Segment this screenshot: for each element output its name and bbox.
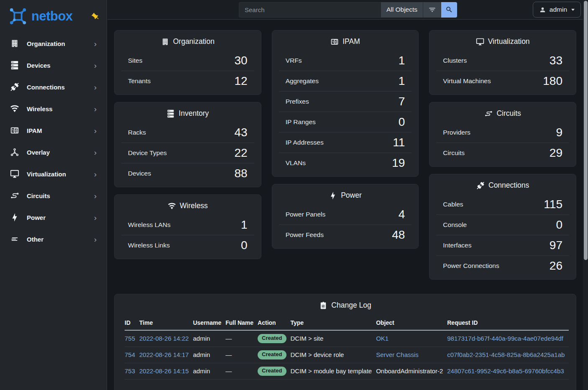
chevron-right-icon: › (94, 148, 97, 156)
stat-value-racks: 43 (235, 127, 248, 138)
log-id-link[interactable]: 754 (125, 351, 135, 358)
stat-row: VLANs 19 (279, 153, 412, 173)
stat-row: Circuits 29 (436, 143, 569, 163)
stat-value-power-panels: 4 (399, 209, 405, 220)
sidebar-item-circuits[interactable]: Circuits › (0, 185, 107, 206)
dashboard-cards: Organization Sites 30 Tenants 12 Invento… (114, 30, 576, 280)
search-input[interactable] (239, 2, 381, 18)
stat-value-virtual-machines: 180 (543, 75, 562, 87)
filter-icon (428, 6, 436, 14)
column-header-id: ID (125, 316, 139, 330)
card-column: Virtualization Clusters 33 Virtual Machi… (429, 30, 576, 280)
log-action-badge: Created (258, 334, 286, 343)
stat-value-providers: 9 (556, 127, 562, 138)
changelog-table: IDTimeUsernameFull NameActionTypeObjectR… (125, 316, 569, 380)
server-icon (10, 61, 19, 70)
stat-label-sites: Sites (128, 57, 142, 64)
stat-label-power-panels: Power Panels (286, 211, 326, 218)
user-menu-button[interactable]: admin (533, 2, 581, 18)
log-request-link[interactable]: 24807c61-9952-49c6-b8a5-69760bfcc4b3 (447, 367, 564, 375)
chevron-right-icon: › (94, 127, 97, 135)
log-request-link[interactable]: 9817317d-b67f-440a-99ca-4ae07ede94df (447, 335, 563, 342)
brand: netbox (0, 0, 107, 33)
sidebar-item-overlay[interactable]: Overlay › (0, 141, 107, 163)
card-column: Organization Sites 30 Tenants 12 Invento… (114, 30, 261, 259)
log-type: DCIM > site (291, 335, 324, 342)
stat-value-ip-ranges: 0 (399, 116, 405, 128)
card-title: Organization (173, 37, 215, 46)
brand-name[interactable]: netbox (31, 9, 73, 24)
sidebar-item-virtualization[interactable]: Virtualization › (0, 163, 107, 185)
log-time-link[interactable]: 2022-08-26 14:15 (139, 367, 189, 375)
stat-label-interfaces: Interfaces (443, 242, 471, 249)
stat-label-ip-addresses: IP Addresses (286, 139, 324, 146)
sidebar-item-wireless[interactable]: Wireless › (0, 98, 107, 120)
monitor-icon (476, 38, 484, 46)
log-type: DCIM > module bay template (291, 367, 372, 375)
sidebar-item-organization[interactable]: Organization › (0, 33, 107, 54)
stat-row: Cables 115 (436, 194, 569, 214)
log-action-badge: Created (258, 350, 286, 359)
server-icon (166, 110, 175, 118)
stat-row: Virtual Machines 180 (436, 71, 569, 91)
log-action-badge: Created (258, 367, 286, 376)
stat-label-device-types: Device Types (128, 149, 167, 157)
stat-value-device-types: 22 (235, 147, 248, 159)
scrollbar-thumb[interactable] (584, 1, 588, 260)
stat-label-power-feeds: Power Feeds (286, 231, 324, 239)
log-username: admin (193, 367, 210, 375)
log-time-link[interactable]: 2022-08-26 14:17 (139, 351, 189, 358)
stat-value-sites: 30 (235, 55, 248, 66)
stat-label-racks: Racks (128, 129, 146, 136)
log-object-link[interactable]: OK1 (376, 335, 389, 342)
sidebar-item-ipam[interactable]: IPAM › (0, 120, 107, 141)
sidebar-item-connections[interactable]: Connections › (0, 76, 107, 98)
search-filter-button[interactable] (423, 2, 441, 18)
log-id-link[interactable]: 753 (125, 367, 135, 375)
sidebar-item-power[interactable]: Power › (0, 206, 107, 228)
card-title: Inventory (179, 109, 209, 118)
transit-icon (10, 191, 19, 200)
card-title: IPAM (343, 37, 360, 46)
chevron-right-icon: › (94, 105, 97, 113)
card-inventory: Inventory Racks 43 Device Types 22 Devic… (114, 102, 261, 187)
stat-row: IP Addresses 11 (279, 132, 412, 153)
column-header-time: Time (139, 316, 193, 330)
column-header-type: Type (291, 316, 376, 330)
stat-label-aggregates: Aggregates (286, 77, 319, 85)
card-wireless: Wireless Wireless LANs 1 Wireless Links … (114, 194, 261, 259)
search-submit-button[interactable] (441, 2, 457, 18)
connection-icon (476, 181, 485, 190)
search-icon (445, 6, 453, 13)
sidebar-pin-button[interactable] (90, 11, 101, 22)
stat-label-prefixes: Prefixes (286, 98, 309, 105)
stat-row: Device Types 22 (121, 143, 254, 163)
stat-value-circuits: 29 (550, 147, 562, 159)
stat-row: Providers 9 (436, 122, 569, 143)
log-id-link[interactable]: 755 (125, 335, 135, 342)
column-header-full-name: Full Name (225, 316, 258, 330)
changelog-row: 755 2022-08-26 14:22 admin — Created DCI… (125, 330, 569, 347)
sidebar-item-other[interactable]: Other › (0, 228, 107, 250)
stat-row: Devices 88 (121, 163, 254, 184)
sidebar-item-devices[interactable]: Devices › (0, 54, 107, 76)
card-title: Power (341, 191, 362, 200)
monitor-icon (10, 169, 19, 178)
building-icon (10, 39, 19, 48)
wifi-icon (168, 202, 176, 210)
changelog-title: Change Log (331, 301, 371, 310)
changelog-table-header: IDTimeUsernameFull NameActionTypeObjectR… (125, 316, 569, 330)
main-content: Organization Sites 30 Tenants 12 Invento… (107, 20, 583, 390)
card-connections: Connections Cables 115 Console 0 Interfa… (429, 174, 576, 280)
search-scope-button[interactable]: All Objects (381, 2, 423, 18)
lightning-icon (10, 213, 19, 222)
netbox-logo-icon (8, 7, 28, 26)
log-request-link[interactable]: c07f0ab2-2351-4c58-825a-8b6a2425a1ab (447, 351, 565, 358)
stat-row: Power Feeds 48 (279, 224, 412, 245)
card-circuits: Circuits Providers 9 Circuits 29 (429, 102, 576, 167)
page-scrollbar[interactable] (583, 0, 588, 390)
log-time-link[interactable]: 2022-08-26 14:22 (139, 335, 189, 342)
stat-value-ip-addresses: 11 (393, 137, 405, 148)
card-title: Connections (488, 181, 529, 190)
log-object-link[interactable]: Server Chassis (376, 351, 419, 358)
